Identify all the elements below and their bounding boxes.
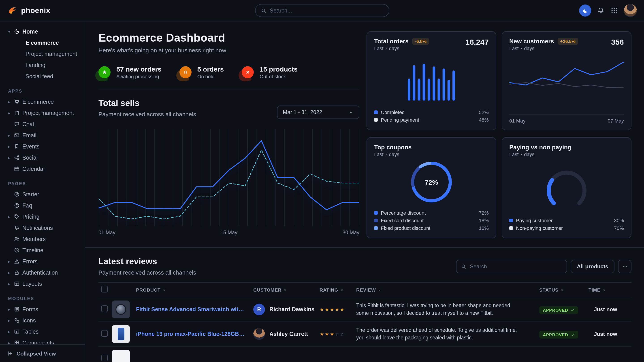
column-header-review[interactable]: REVIEW — [356, 287, 539, 293]
sidebar-item-icons[interactable]: ▸ Icons — [4, 315, 81, 326]
sidebar-item-project-management[interactable]: Project management — [4, 48, 81, 59]
apps-grid-button[interactable] — [610, 7, 618, 14]
sidebar-item-timeline[interactable]: Timeline — [4, 245, 81, 256]
navbar-actions — [579, 4, 637, 17]
row-checkbox[interactable] — [101, 355, 108, 361]
card-title: Total orders — [374, 38, 408, 45]
share-icon — [14, 155, 20, 161]
top-coupons-card: Top coupons Last 7 days 72% Percentage d… — [366, 137, 496, 238]
legend-item-completed: Completed 52% — [374, 108, 489, 116]
sort-icon — [283, 288, 287, 292]
more-options-button[interactable] — [618, 260, 632, 273]
sidebar-item-e-commerce[interactable]: ▸ E commerce — [4, 96, 81, 107]
sidebar-item-e-commerce[interactable]: E commerce — [4, 37, 81, 48]
dashboard-left-column: Ecommerce Dashboard Here's what's going … — [98, 31, 359, 238]
reviews-search[interactable] — [456, 260, 567, 273]
check-icon — [570, 308, 574, 312]
row-checkbox[interactable] — [101, 305, 108, 312]
x-tick: 01 May — [509, 118, 526, 123]
review-row — [98, 347, 632, 362]
review-time: Just now — [588, 306, 632, 313]
total-sells-x-axis: 01 May 15 May 30 May — [98, 230, 359, 235]
date-range-select[interactable]: Mar 1 - 31, 2022 — [277, 105, 359, 119]
new-customers-card: New customers +26.5% Last 7 days 356 01 … — [502, 31, 632, 130]
sort-icon — [602, 288, 606, 292]
sidebar-item-faq[interactable]: Faq — [4, 200, 81, 211]
theme-toggle-button[interactable] — [579, 4, 591, 16]
sidebar-nav: ▾ HomeE commerceProject managementLandin… — [4, 26, 81, 348]
reviews-table: PRODUCT CUSTOMER RATING REVIEW STATUS TI… — [98, 282, 632, 362]
sidebar-item-project-management[interactable]: ▸ Project management — [4, 107, 81, 118]
sidebar-item-landing[interactable]: Landing — [4, 59, 81, 71]
legend-swatch — [509, 226, 513, 230]
user-avatar[interactable] — [624, 4, 637, 17]
sidebar-item-errors[interactable]: ▸ Errors — [4, 256, 81, 267]
legend-value: 48% — [479, 117, 489, 122]
navbar-search[interactable] — [255, 4, 389, 17]
pause-icon — [180, 66, 192, 78]
column-header-product[interactable]: PRODUCT — [136, 287, 253, 293]
collapsed-view-toggle[interactable]: Collapsed View — [0, 344, 84, 362]
card-title: New customers — [509, 38, 554, 45]
sidebar-item-home[interactable]: ▾ Home — [4, 26, 81, 37]
caret-right-icon: ▸ — [7, 329, 11, 334]
column-header-rating[interactable]: RATING — [320, 287, 356, 293]
top-coupons-donut-chart: 72% — [410, 161, 453, 203]
review-row: Fitbit Sense Advanced Smartwatch with To… — [98, 297, 632, 322]
sidebar-item-notifications[interactable]: Notifications — [4, 222, 81, 233]
sidebar-item-tables[interactable]: ▸ Tables — [4, 326, 81, 337]
sidebar-item-forms[interactable]: ▸ Forms — [4, 304, 81, 315]
brand-logo[interactable]: phoenix — [7, 5, 50, 16]
sidebar-item-chat[interactable]: Chat — [4, 118, 81, 130]
sidebar-item-layouts[interactable]: ▸ Layouts — [4, 278, 81, 289]
sidebar-item-members[interactable]: Members — [4, 233, 81, 245]
app-root: phoenix ▾ HomeE commerceProject manageme… — [0, 0, 644, 362]
sidebar-item-starter[interactable]: Starter — [4, 189, 81, 200]
sidebar-item-label: Email — [22, 132, 36, 138]
sidebar-item-events[interactable]: ▸ Events — [4, 141, 81, 152]
caret-right-icon: ▸ — [7, 133, 11, 137]
legend-item-fixed-card-discount: Fixed card discount 18% — [374, 216, 489, 224]
customer-name: Richard Dawkins — [270, 306, 314, 313]
product-link[interactable]: Fitbit Sense Advanced Smartwatch with To… — [136, 306, 253, 313]
sidebar-item-social-feed[interactable]: Social feed — [4, 71, 81, 82]
bookmark-icon — [14, 144, 20, 149]
legend-label: Completed — [381, 109, 404, 115]
stat-value: 57 new orders — [116, 65, 162, 73]
sidebar-item-pricing[interactable]: ▸ Pricing — [4, 211, 81, 222]
caret-right-icon: ▸ — [7, 155, 11, 160]
caret-right-icon: ▸ — [7, 111, 11, 115]
all-products-button[interactable]: All products — [570, 260, 614, 273]
card-caption: Last 7 days — [374, 152, 412, 157]
ellipsis-icon — [622, 263, 628, 269]
navbar-search-input[interactable] — [270, 7, 383, 14]
column-header-status[interactable]: STATUS — [539, 287, 588, 293]
sidebar-item-calendar[interactable]: Calendar — [4, 163, 81, 174]
card-value: 16,247 — [466, 38, 489, 47]
card-caption: Last 7 days — [374, 46, 429, 51]
sidebar-item-email[interactable]: ▸ Email — [4, 130, 81, 141]
reviews-subtitle: Payment received across all channels — [98, 269, 196, 276]
select-all-checkbox[interactable] — [101, 286, 108, 292]
sidebar-item-label: Authentication — [22, 269, 58, 276]
legend-value: 10% — [479, 225, 489, 231]
column-header-time[interactable]: TIME — [588, 287, 632, 293]
sidebar-item-authentication[interactable]: ▸ Authentication — [4, 267, 81, 278]
reviews-search-input[interactable] — [470, 263, 562, 269]
notifications-button[interactable] — [597, 7, 604, 14]
legend-swatch — [374, 211, 378, 214]
sidebar-item-social[interactable]: ▸ Social — [4, 152, 81, 163]
check-icon — [570, 333, 574, 337]
paying-gauge-chart — [537, 166, 596, 208]
sidebar-item-label: Home — [22, 28, 38, 35]
tag-icon — [14, 214, 20, 220]
column-header-customer[interactable]: CUSTOMER — [253, 287, 320, 293]
caret-right-icon: ▸ — [7, 259, 11, 264]
sidebar-item-label: Members — [22, 236, 46, 242]
total-orders-bar-chart — [408, 58, 455, 101]
sidebar-item-label: Social — [22, 154, 38, 161]
total-sells-title: Total sells — [98, 98, 196, 108]
card-title: Top coupons — [374, 144, 412, 151]
product-link[interactable]: iPhone 13 pro max-Pacific Blue-128GB sto… — [136, 331, 253, 337]
row-checkbox[interactable] — [101, 330, 108, 337]
